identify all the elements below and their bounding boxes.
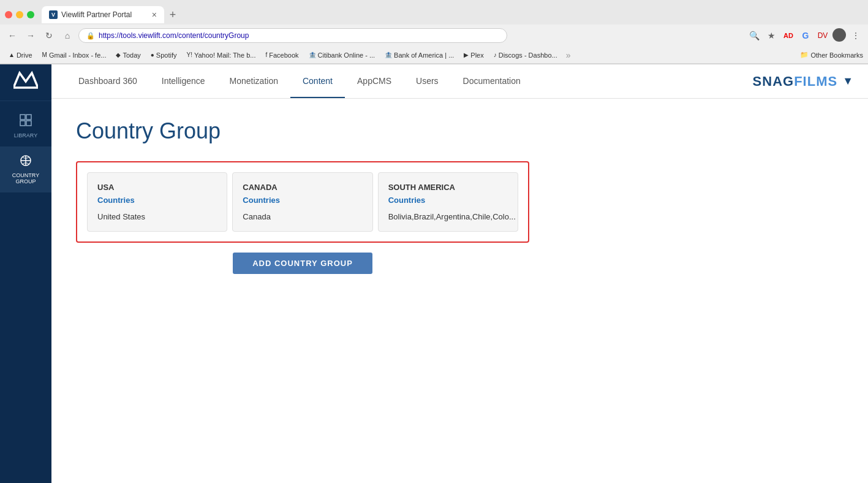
bookmark-today[interactable]: ◆ Today (112, 50, 144, 60)
sidebar-logo (0, 64, 51, 101)
google-icon[interactable]: G (798, 28, 813, 43)
svg-marker-0 (13, 73, 38, 88)
bookmark-today-label: Today (123, 51, 140, 59)
country-card-south-america[interactable]: SOUTH AMERICA Countries Bolivia,Brazil,A… (378, 172, 518, 232)
country-card-canada-name: CANADA (243, 183, 362, 192)
security-lock-icon: 🔒 (86, 32, 95, 40)
close-traffic-light[interactable] (5, 11, 12, 18)
discogs-icon: ♪ (494, 51, 497, 58)
other-bookmarks[interactable]: 📁 Other Bookmarks (800, 51, 863, 59)
tab-favicon: V (49, 10, 58, 19)
active-tab[interactable]: V Viewlift Partner Portal × (42, 6, 164, 23)
svg-rect-3 (20, 121, 25, 126)
minimize-traffic-light[interactable] (16, 11, 23, 18)
add-button-row: ADD COUNTRY GROUP (76, 253, 529, 274)
new-tab-button[interactable]: + (164, 6, 181, 23)
search-icon[interactable]: 🔍 (747, 28, 761, 43)
back-button[interactable]: ← (5, 28, 20, 43)
bofa-icon: 🏦 (385, 51, 392, 58)
browser-toolbar-icons: 🔍 ★ AD G DV ⋮ (747, 28, 863, 43)
country-card-south-america-value: Bolivia,Brazil,Argentina,Chile,Colo... (388, 212, 508, 221)
nav-item-intelligence[interactable]: Intelligence (149, 65, 217, 98)
bookmark-facebook[interactable]: f Facebook (262, 50, 302, 60)
country-card-canada-value: Canada (243, 212, 362, 221)
bookmark-citibank-label: Citibank Online - ... (318, 51, 376, 59)
today-icon: ◆ (116, 51, 121, 58)
address-bar[interactable]: 🔒 https://tools.viewlift.com/content/cou… (78, 28, 507, 43)
top-nav: Dashboard 360 Intelligence Monetization … (51, 64, 868, 99)
country-card-canada-countries-link[interactable]: Countries (243, 196, 362, 205)
other-bookmarks-label: Other Bookmarks (810, 51, 863, 59)
bookmark-spotify-label: Spotify (156, 51, 177, 59)
forward-button[interactable]: → (23, 28, 38, 43)
plex-icon: ▶ (464, 51, 469, 58)
country-card-usa[interactable]: USA Countries United States (87, 172, 227, 232)
country-group-icon (19, 154, 32, 170)
bookmark-gmail[interactable]: M Gmail - Inbox - fe... (39, 50, 110, 60)
nav-item-dashboard360[interactable]: Dashboard 360 (66, 65, 149, 98)
bookmark-yahoo-label: Yahoo! Mail: The b... (194, 51, 255, 59)
citibank-icon: 🏦 (309, 51, 316, 58)
svg-rect-2 (26, 115, 31, 120)
bookmark-citibank[interactable]: 🏦 Citibank Online - ... (305, 50, 379, 60)
library-icon (19, 113, 32, 130)
snagfilms-logo-text: SNAGFILMS (753, 74, 838, 89)
adblock-icon[interactable]: AD (781, 28, 796, 43)
add-country-group-button[interactable]: ADD COUNTRY GROUP (233, 253, 372, 274)
profile-icon[interactable] (832, 28, 846, 42)
page-title: Country Group (76, 118, 843, 144)
menu-icon[interactable]: ⋮ (848, 28, 863, 43)
url-text: https://tools.viewlift.com/content/count… (99, 31, 249, 40)
bookmarks-bar: ▲ Drive M Gmail - Inbox - fe... ◆ Today … (0, 47, 868, 64)
bookmark-yahoo[interactable]: Y! Yahoo! Mail: The b... (183, 50, 260, 60)
gmail-icon: M (42, 51, 47, 58)
snagfilms-chevron-icon[interactable]: ▼ (842, 75, 853, 88)
bookmark-star-icon[interactable]: ★ (764, 28, 779, 43)
extension-icon[interactable]: DV (815, 28, 830, 43)
home-button[interactable]: ⌂ (60, 28, 75, 43)
brand-logo (13, 70, 38, 94)
country-card-south-america-name: SOUTH AMERICA (388, 183, 508, 192)
country-card-canada[interactable]: CANADA Countries Canada (232, 172, 372, 232)
reload-button[interactable]: ↻ (42, 28, 56, 43)
bookmark-spotify[interactable]: ● Spotify (147, 50, 181, 60)
country-card-south-america-countries-link[interactable]: Countries (388, 196, 508, 205)
url-value: https://tools.viewlift.com/content/count… (99, 31, 249, 40)
spotify-icon: ● (151, 51, 154, 58)
traffic-lights (5, 11, 34, 18)
yahoo-icon: Y! (187, 51, 192, 58)
drive-icon: ▲ (9, 51, 15, 58)
bookmark-gmail-label: Gmail - Inbox - fe... (49, 51, 107, 59)
bookmark-plex-label: Plex (470, 51, 483, 59)
favicon-letter: V (51, 12, 55, 18)
country-card-usa-countries-link[interactable]: Countries (97, 196, 217, 205)
sidebar-item-country-group-label: COUNTRYGROUP (12, 173, 39, 185)
bookmark-drive[interactable]: ▲ Drive (5, 50, 36, 60)
sidebar-item-library[interactable]: LIBRARY (0, 106, 51, 146)
nav-item-appcms[interactable]: AppCMS (345, 65, 404, 98)
sidebar-nav: LIBRARY COUNTRYGROUP (0, 101, 51, 192)
facebook-icon: f (265, 51, 267, 58)
nav-item-users[interactable]: Users (404, 65, 451, 98)
nav-item-documentation[interactable]: Documentation (451, 65, 533, 98)
folder-icon: 📁 (800, 51, 809, 59)
svg-rect-4 (26, 121, 31, 126)
app-wrapper: LIBRARY COUNTRYGROUP (0, 64, 868, 483)
bookmark-bofa[interactable]: 🏦 Bank of America | ... (381, 50, 458, 60)
bookmark-bofa-label: Bank of America | ... (394, 51, 454, 59)
svg-rect-1 (20, 115, 25, 120)
bookmark-discogs-label: Discogs - Dashbo... (499, 51, 557, 59)
nav-item-content[interactable]: Content (290, 65, 345, 98)
nav-item-monetization[interactable]: Monetization (217, 65, 290, 98)
bookmark-plex[interactable]: ▶ Plex (460, 50, 487, 60)
bookmark-discogs[interactable]: ♪ Discogs - Dashbo... (490, 50, 561, 60)
address-bar-row: ← → ↻ ⌂ 🔒 https://tools.viewlift.com/con… (0, 25, 868, 47)
country-card-usa-name: USA (97, 183, 217, 192)
sidebar-item-country-group[interactable]: COUNTRYGROUP (0, 146, 51, 192)
fullscreen-traffic-light[interactable] (27, 11, 34, 18)
top-nav-items: Dashboard 360 Intelligence Monetization … (66, 65, 533, 98)
tab-close-button[interactable]: × (152, 10, 157, 20)
bookmarks-overflow-indicator: » (566, 50, 571, 60)
main-content: Country Group USA Countries United State… (51, 99, 868, 483)
main-area: Dashboard 360 Intelligence Monetization … (51, 64, 868, 483)
